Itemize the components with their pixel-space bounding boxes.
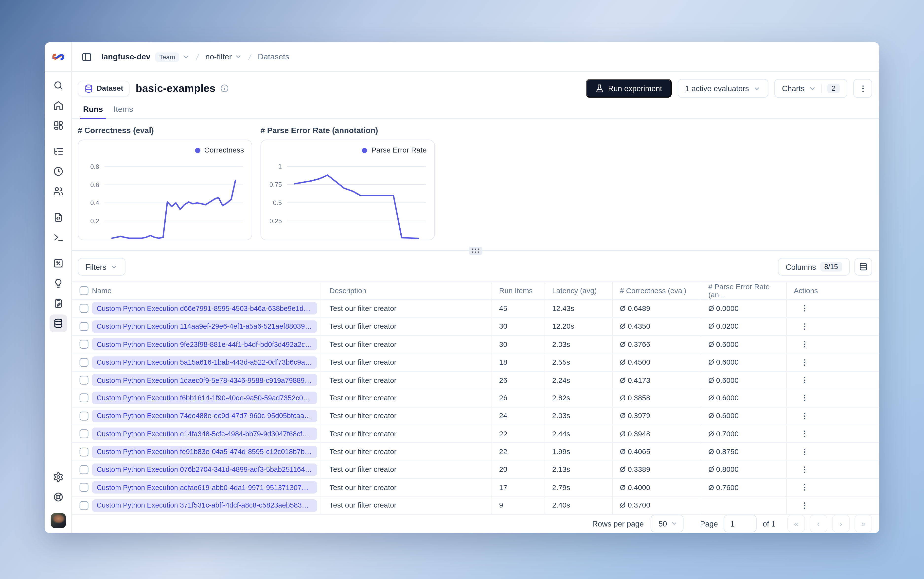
sidebar-item-evaluation[interactable] (49, 275, 67, 292)
active-evaluators-button[interactable]: 1 active evaluators (677, 79, 768, 98)
run-description: Test our filter creator (321, 353, 492, 371)
parse-error-value: Ø 0.7000 (701, 425, 787, 443)
run-name-link[interactable]: Custom Python Execution 5a15a616-1bab-44… (92, 356, 317, 368)
row-actions-button[interactable] (797, 391, 811, 405)
rows-per-page-select[interactable]: 50 (651, 515, 684, 533)
table-row: Custom Python Execution d66e7991-8595-45… (72, 300, 880, 318)
row-checkbox[interactable] (80, 304, 88, 313)
sidebar-item-tracing[interactable] (49, 142, 67, 160)
column-header-name[interactable]: Name (92, 286, 112, 295)
row-checkbox[interactable] (80, 465, 88, 474)
column-header-parse-error[interactable]: # Parse Error Rate (an... (701, 282, 787, 299)
previous-page-button[interactable]: ‹ (809, 515, 827, 533)
run-name-link[interactable]: Custom Python Execution adfae619-abb0-4d… (92, 481, 317, 494)
row-actions-button[interactable] (797, 409, 811, 423)
divider (822, 83, 822, 93)
row-checkbox[interactable] (80, 429, 88, 438)
sidebar-item-home[interactable] (49, 96, 67, 114)
row-checkbox[interactable] (80, 376, 88, 384)
row-actions-button[interactable] (797, 499, 811, 512)
latency-value: 2.44s (545, 425, 613, 443)
run-experiment-button[interactable]: Run experiment (586, 79, 672, 98)
row-checkbox[interactable] (80, 411, 88, 420)
first-page-button[interactable]: « (787, 515, 805, 533)
info-icon[interactable] (220, 84, 228, 92)
page-input[interactable] (724, 515, 757, 533)
run-items-value: 20 (492, 461, 545, 478)
last-page-button[interactable]: » (855, 515, 872, 533)
table-row: Custom Python Execution f6bb1614-1f90-40… (72, 389, 880, 407)
run-name-link[interactable]: Custom Python Execution 74de488e-ec9d-47… (92, 410, 317, 422)
parse-error-value: Ø 0.8750 (701, 443, 787, 460)
run-name-link[interactable]: Custom Python Execution fe91b83e-04a5-47… (92, 445, 317, 458)
resize-grip-handle[interactable] (469, 247, 482, 255)
breadcrumb-project[interactable]: langfuse-dev (101, 52, 151, 61)
row-checkbox[interactable] (80, 501, 88, 510)
run-name-link[interactable]: Custom Python Execution 076b2704-341d-48… (92, 463, 317, 476)
more-options-button[interactable] (853, 79, 872, 98)
svg-text:0.8: 0.8 (90, 163, 99, 170)
breadcrumb-environment[interactable]: no-filter (205, 52, 232, 61)
sidebar-item-users[interactable] (49, 183, 67, 200)
run-items-value: 17 (492, 479, 545, 496)
next-page-button[interactable]: › (832, 515, 850, 533)
breadcrumb-page[interactable]: Datasets (258, 52, 289, 61)
row-actions-button[interactable] (797, 427, 811, 441)
chevron-down-icon[interactable] (235, 53, 242, 61)
row-checkbox[interactable] (80, 394, 88, 402)
column-header-run-items[interactable]: Run Items (492, 282, 545, 299)
run-name-link[interactable]: Custom Python Execution 9fe23f98-881e-44… (92, 338, 317, 351)
sidebar-item-playground[interactable] (49, 228, 67, 246)
sidebar-item-dashboards[interactable] (49, 116, 67, 134)
main-content: Dataset basic-examples Run experiment 1 … (72, 72, 880, 533)
legend-label: Parse Error Rate (371, 146, 426, 154)
latency-value: 2.03s (545, 407, 613, 425)
column-header-correctness[interactable]: # Correctness (eval) (613, 282, 701, 299)
run-name-link[interactable]: Custom Python Execution 114aa9ef-29e6-4e… (92, 320, 317, 333)
chevron-down-icon[interactable] (182, 53, 190, 61)
row-checkbox[interactable] (80, 447, 88, 456)
tab-runs[interactable]: Runs (78, 101, 108, 118)
row-actions-button[interactable] (797, 337, 811, 351)
row-checkbox[interactable] (80, 483, 88, 492)
row-checkbox[interactable] (80, 322, 88, 331)
charts-toggle-button[interactable]: Charts 2 (774, 79, 847, 98)
run-items-value: 22 (492, 443, 545, 460)
sidebar-item-datasets[interactable] (49, 314, 67, 332)
row-checkbox[interactable] (80, 340, 88, 349)
sidebar-item-sessions[interactable] (49, 163, 67, 180)
run-description: Test our filter creator (321, 497, 492, 514)
run-name-link[interactable]: Custom Python Execution 371f531c-abff-4d… (92, 499, 317, 512)
column-header-latency[interactable]: Latency (avg) (545, 282, 613, 299)
row-actions-button[interactable] (797, 445, 811, 459)
run-name-link[interactable]: Custom Python Execution d66e7991-8595-45… (92, 302, 317, 315)
sidebar-item-search[interactable] (49, 77, 67, 94)
row-actions-button[interactable] (797, 355, 811, 369)
sidebar-item-annotation-queues[interactable] (49, 294, 67, 312)
row-actions-button[interactable] (797, 373, 811, 387)
sidebar-item-settings[interactable] (49, 468, 67, 486)
filters-button[interactable]: Filters (78, 258, 126, 276)
row-height-button[interactable] (855, 258, 872, 276)
run-name-link[interactable]: Custom Python Execution f6bb1614-1f90-40… (92, 392, 317, 404)
tab-items[interactable]: Items (108, 101, 138, 118)
run-name-link[interactable]: Custom Python Execution e14fa348-5cfc-49… (92, 428, 317, 440)
row-actions-button[interactable] (797, 481, 811, 494)
sidebar-item-support[interactable] (49, 488, 67, 506)
sidebar-item-prompts[interactable] (49, 208, 67, 226)
column-header-description[interactable]: Description (321, 282, 492, 299)
sidebar-item-scores[interactable] (49, 255, 67, 272)
select-all-checkbox[interactable] (80, 286, 88, 295)
user-avatar[interactable] (50, 513, 66, 528)
columns-button[interactable]: Columns 8/15 (778, 258, 850, 276)
row-checkbox[interactable] (80, 358, 88, 366)
sidebar-toggle-icon[interactable] (81, 51, 92, 62)
table-row: Custom Python Execution 076b2704-341d-48… (72, 461, 880, 479)
run-name-link[interactable]: Custom Python Execution 1daec0f9-5e78-43… (92, 374, 317, 386)
parse-error-value (701, 497, 787, 514)
row-actions-button[interactable] (797, 302, 811, 316)
row-actions-button[interactable] (797, 319, 811, 334)
home-icon (53, 100, 63, 111)
row-actions-button[interactable] (797, 463, 811, 476)
table-body: Custom Python Execution d66e7991-8595-45… (72, 300, 880, 515)
